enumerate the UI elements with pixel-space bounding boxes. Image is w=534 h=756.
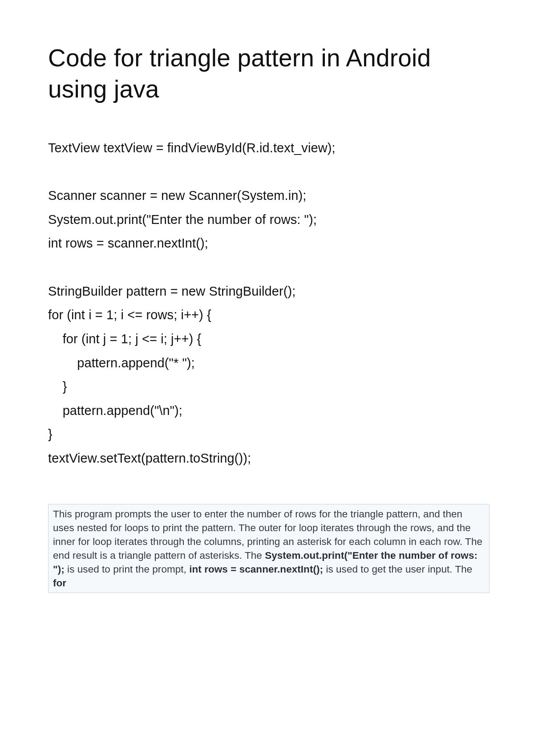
explain-text-2: is used to print the prompt, xyxy=(65,564,189,575)
explain-code-2: int rows = scanner.nextInt(); xyxy=(189,564,323,575)
document-page: Code for triangle pattern in Android usi… xyxy=(0,0,534,756)
explain-text-3: is used to get the user input. The xyxy=(323,564,472,575)
page-title: Code for triangle pattern in Android usi… xyxy=(48,42,490,105)
explanation-box: This program prompts the user to enter t… xyxy=(48,504,490,593)
code-listing: TextView textView = findViewById(R.id.te… xyxy=(48,136,490,471)
explain-code-3: for xyxy=(53,577,66,589)
